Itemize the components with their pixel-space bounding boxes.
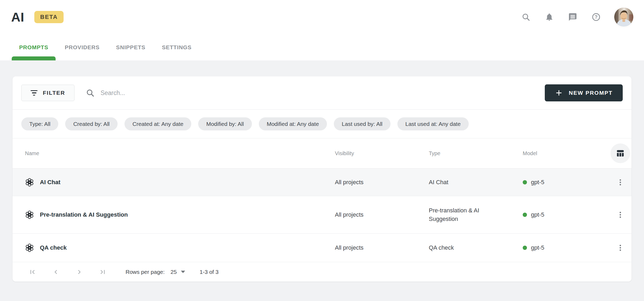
chip-created-by[interactable]: Created by: All <box>65 117 118 130</box>
table-row[interactable]: AI Chat All projects AI Chat gpt-5 <box>13 168 631 196</box>
chevron-left-icon <box>52 268 60 276</box>
chip-modified-at[interactable]: Modified at: Any date <box>259 117 327 130</box>
first-page-button[interactable] <box>27 266 38 278</box>
kebab-icon <box>616 211 624 219</box>
plus-icon <box>555 89 563 97</box>
search-icon <box>86 88 95 97</box>
kebab-icon <box>616 178 624 186</box>
first-page-icon <box>28 268 36 276</box>
column-settings-button[interactable] <box>610 143 630 163</box>
prompt-name: AI Chat <box>40 179 60 186</box>
tab-providers[interactable]: PROVIDERS <box>65 34 99 60</box>
rows-per-page-value: 25 <box>171 269 177 275</box>
model-status-dot <box>523 180 527 184</box>
openai-icon <box>25 178 34 187</box>
topbar: AI BETA ? <box>0 0 644 34</box>
search-input[interactable] <box>101 89 545 97</box>
row-menu-button[interactable] <box>614 208 627 221</box>
prompt-type: AI Chat <box>429 178 523 187</box>
chip-type[interactable]: Type: All <box>21 117 58 130</box>
prompt-type: Pre-translation & AI Suggestion <box>429 206 523 223</box>
notifications-bell-icon[interactable] <box>544 12 555 22</box>
main-area: FILTER NEW PROMPT Type: All Created by: … <box>0 60 644 301</box>
model-status-dot <box>523 246 527 250</box>
rows-per-page-label: Rows per page: <box>126 269 165 275</box>
topbar-actions: ? <box>521 7 633 27</box>
next-page-button[interactable] <box>73 266 85 278</box>
svg-text:?: ? <box>595 14 598 20</box>
column-header-visibility: Visibility <box>335 150 429 156</box>
prompt-name: QA check <box>40 244 67 251</box>
table-toolbar: FILTER NEW PROMPT <box>13 76 631 109</box>
new-prompt-label: NEW PROMPT <box>569 90 613 96</box>
model-status-dot <box>523 213 527 217</box>
filter-icon <box>31 90 38 96</box>
previous-page-button[interactable] <box>50 266 62 278</box>
tab-snippets[interactable]: SNIPPETS <box>116 34 145 60</box>
filter-button[interactable]: FILTER <box>21 85 74 101</box>
prompt-model: gpt-5 <box>531 179 544 186</box>
row-menu-button[interactable] <box>614 241 627 254</box>
openai-icon <box>25 243 34 252</box>
table-row[interactable]: QA check All projects QA check gpt-5 <box>13 233 631 262</box>
prompt-visibility: All projects <box>335 179 429 186</box>
filter-button-label: FILTER <box>43 90 65 96</box>
last-page-icon <box>99 268 107 276</box>
search-icon[interactable] <box>521 12 531 22</box>
page: AI BETA ? <box>0 0 644 301</box>
row-menu-button[interactable] <box>614 176 627 189</box>
pagination-range: 1-3 of 3 <box>200 269 218 275</box>
prompt-visibility: All projects <box>335 211 429 218</box>
column-header-name: Name <box>13 150 335 156</box>
caret-down-icon <box>181 271 185 273</box>
prompts-card: FILTER NEW PROMPT Type: All Created by: … <box>13 76 631 282</box>
column-header-model: Model <box>523 150 609 156</box>
prompt-type: QA check <box>429 244 523 252</box>
chip-modified-by[interactable]: Modified by: All <box>198 117 252 130</box>
prompt-model: gpt-5 <box>531 244 544 251</box>
chip-created-at[interactable]: Created at: Any date <box>124 117 191 130</box>
app-logo: AI <box>11 10 24 24</box>
chip-last-used-by[interactable]: Last used by: All <box>334 117 390 130</box>
user-avatar[interactable] <box>614 7 633 27</box>
last-page-button[interactable] <box>97 266 109 278</box>
prompt-model: gpt-5 <box>531 211 544 218</box>
openai-icon <box>25 210 34 219</box>
chat-icon[interactable] <box>567 12 578 22</box>
tabbar: PROMPTS PROVIDERS SNIPPETS SETTINGS <box>0 34 644 60</box>
columns-icon <box>616 149 625 158</box>
tab-settings[interactable]: SETTINGS <box>162 34 192 60</box>
rows-per-page-select[interactable]: 25 <box>171 269 185 275</box>
beta-badge: BETA <box>34 11 64 23</box>
kebab-icon <box>616 244 624 252</box>
new-prompt-button[interactable]: NEW PROMPT <box>545 84 623 101</box>
search-field <box>86 88 545 97</box>
prompt-name: Pre-translation & AI Suggestion <box>40 211 128 218</box>
chip-last-used-at[interactable]: Last used at: Any date <box>397 117 469 130</box>
prompt-visibility: All projects <box>335 244 429 251</box>
table-row[interactable]: Pre-translation & AI Suggestion All proj… <box>13 196 631 233</box>
tab-prompts[interactable]: PROMPTS <box>19 34 48 60</box>
filter-chips-row: Type: All Created by: All Created at: An… <box>13 110 631 138</box>
table-header: Name Visibility Type Model <box>13 138 631 168</box>
column-header-type: Type <box>429 150 523 156</box>
chevron-right-icon <box>75 268 83 276</box>
pagination-bar: Rows per page: 25 1-3 of 3 <box>13 262 631 282</box>
help-icon[interactable]: ? <box>591 12 601 22</box>
